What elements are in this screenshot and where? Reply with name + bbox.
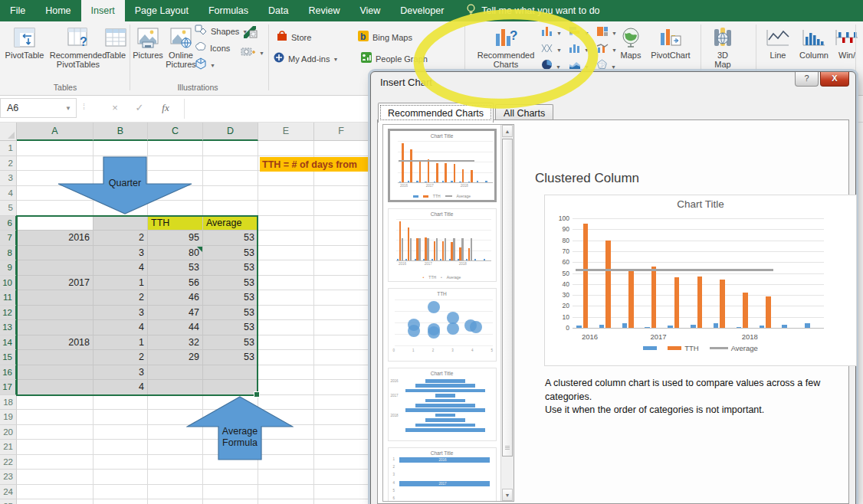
column-header-B[interactable]: B	[94, 122, 148, 141]
people-graph-button[interactable]: People Graph	[360, 52, 428, 67]
cell-A14[interactable]: 2018	[17, 335, 94, 351]
insert-column-chart-button[interactable]: ▼	[541, 26, 562, 41]
tab-view[interactable]: View	[349, 0, 390, 21]
online-pictures-button[interactable]: Online Pictures	[164, 25, 198, 69]
enter-button[interactable]: ✓	[130, 100, 149, 116]
chart-thumbnail-3[interactable]: TTH012345	[388, 288, 497, 362]
insert-bar-chart-button[interactable]: ▼	[569, 26, 589, 41]
cell-E7[interactable]	[258, 231, 314, 246]
insert-statistic-chart-button[interactable]: ▼	[569, 43, 589, 57]
cell-D13[interactable]: 53	[203, 320, 258, 335]
tab-page-layout[interactable]: Page Layout	[125, 0, 199, 21]
cell-B14[interactable]: 1	[94, 335, 148, 351]
cell-A6[interactable]	[17, 216, 94, 231]
cell-C12[interactable]: 47	[148, 306, 203, 321]
tab-formulas[interactable]: Formulas	[199, 0, 258, 21]
cell-B12[interactable]: 3	[94, 306, 148, 321]
cell-B20[interactable]	[94, 425, 148, 440]
cell-A22[interactable]	[17, 455, 94, 470]
cell-D24[interactable]	[203, 485, 258, 500]
cell-D15[interactable]: 53	[203, 350, 258, 365]
cell-D7[interactable]: 53	[203, 231, 258, 246]
select-all-corner[interactable]	[0, 122, 17, 141]
cell-E9[interactable]	[258, 260, 314, 276]
cell-C10[interactable]: 56	[148, 276, 203, 291]
cell-C25[interactable]	[148, 499, 203, 504]
my-addins-button[interactable]: My Add-ins▼	[273, 52, 338, 67]
cell-B21[interactable]	[94, 440, 148, 455]
row-header-6[interactable]: 6	[0, 216, 17, 231]
cell-E10[interactable]	[258, 276, 314, 291]
scroll-down-button[interactable]: ▼	[502, 489, 513, 501]
cell-E13[interactable]	[258, 320, 314, 335]
cell-E25[interactable]	[258, 499, 314, 504]
tab-home[interactable]: Home	[35, 0, 80, 21]
row-header-1[interactable]: 1	[0, 141, 17, 156]
icons-button[interactable]: Icons	[195, 41, 230, 56]
insert-combo-chart-button[interactable]: ▼	[596, 43, 617, 57]
chart-preview[interactable]: Chart Title 0102030405060708090100201620…	[544, 195, 857, 366]
tth-note-cell[interactable]: TTH = # of days from	[260, 157, 374, 172]
cell-C9[interactable]: 53	[148, 260, 203, 276]
row-header-4[interactable]: 4	[0, 186, 17, 201]
insert-scatter-chart-button[interactable]: ▼	[541, 43, 562, 57]
cell-D1[interactable]	[203, 141, 258, 156]
tab-developer[interactable]: Developer	[390, 0, 454, 21]
cell-B9[interactable]: 4	[94, 260, 148, 276]
cell-D14[interactable]: 53	[203, 335, 258, 351]
pivotchart-button[interactable]: PivotChart	[647, 25, 694, 60]
cell-F7[interactable]	[314, 231, 369, 246]
cell-B6[interactable]	[94, 216, 148, 231]
cell-A18[interactable]	[17, 395, 94, 411]
store-button[interactable]: Store	[276, 31, 311, 45]
row-header-10[interactable]: 10	[0, 276, 17, 291]
cell-B7[interactable]: 2	[94, 231, 148, 246]
cell-C1[interactable]	[148, 141, 203, 156]
cell-A20[interactable]	[17, 425, 94, 440]
insert-function-button[interactable]: fx	[156, 100, 175, 116]
cell-C11[interactable]: 46	[148, 290, 203, 306]
tab-insert[interactable]: Insert	[81, 0, 125, 21]
row-header-13[interactable]: 13	[0, 320, 17, 335]
bing-maps-button[interactable]: b Bing Maps	[357, 31, 412, 45]
row-header-8[interactable]: 8	[0, 246, 17, 261]
pivottable-button[interactable]: PivotTable	[5, 25, 44, 60]
cell-C15[interactable]: 29	[148, 350, 203, 365]
cell-A21[interactable]	[17, 440, 94, 455]
cell-B25[interactable]	[94, 499, 148, 504]
cell-C13[interactable]: 44	[148, 320, 203, 335]
cell-D25[interactable]	[203, 499, 258, 504]
cell-C24[interactable]	[148, 485, 203, 500]
cell-B15[interactable]: 2	[94, 350, 148, 365]
cell-B1[interactable]	[94, 141, 148, 156]
cell-F5[interactable]	[314, 201, 369, 216]
cell-D3[interactable]	[203, 171, 258, 186]
cell-E6[interactable]	[258, 216, 314, 231]
cell-F24[interactable]	[314, 485, 369, 500]
cell-B16[interactable]: 3	[94, 365, 148, 381]
scrollbar-thumb[interactable]	[502, 139, 513, 457]
cell-A12[interactable]	[17, 306, 94, 321]
cell-E5[interactable]	[258, 201, 314, 216]
row-header-9[interactable]: 9	[0, 260, 17, 276]
cell-D16[interactable]	[203, 365, 258, 381]
row-header-20[interactable]: 20	[0, 425, 17, 440]
tab-file[interactable]: File	[0, 0, 35, 21]
cell-A17[interactable]	[17, 380, 94, 395]
cell-F3[interactable]	[314, 171, 369, 186]
cell-E11[interactable]	[258, 290, 314, 306]
cell-D10[interactable]: 53	[203, 276, 258, 291]
screenshot-button[interactable]: ▼	[241, 46, 264, 61]
cell-A15[interactable]	[17, 350, 94, 365]
cell-F9[interactable]	[314, 260, 369, 276]
row-header-23[interactable]: 23	[0, 470, 17, 485]
row-header-7[interactable]: 7	[0, 231, 17, 246]
cell-D6[interactable]: Average	[203, 216, 258, 231]
formula-bar-grip[interactable]: ⁞	[83, 102, 86, 111]
cell-F6[interactable]	[314, 216, 369, 231]
cell-F13[interactable]	[314, 320, 369, 335]
cell-B23[interactable]	[94, 470, 148, 485]
tab-recommended-charts[interactable]: Recommended Charts	[378, 103, 494, 123]
pictures-button[interactable]: Pictures	[132, 25, 164, 60]
cell-E4[interactable]	[258, 186, 314, 201]
